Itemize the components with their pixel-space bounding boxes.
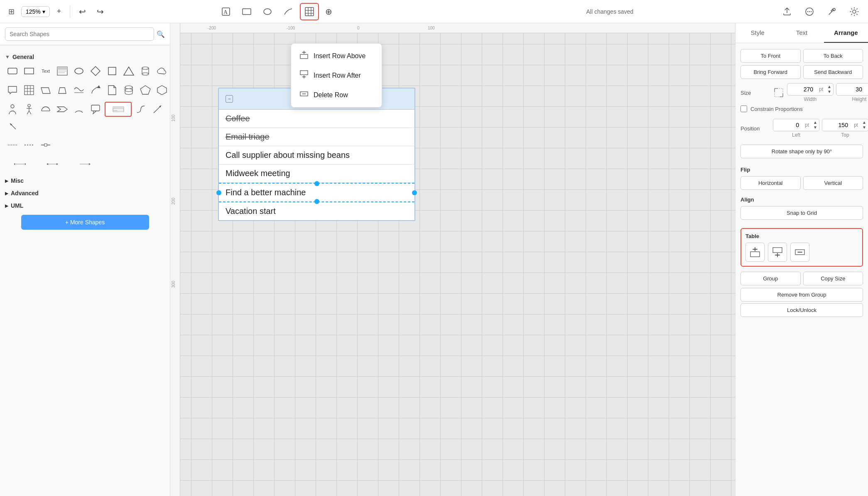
shape-arrow-diagonal[interactable]: [150, 102, 165, 117]
shape-diamond[interactable]: [88, 64, 103, 79]
width-spin-down[interactable]: ▼: [826, 89, 833, 94]
shape-arrow-right[interactable]: [70, 157, 100, 172]
group-button[interactable]: Group: [740, 272, 801, 285]
copy-size-button[interactable]: Copy Size: [803, 272, 863, 285]
insert-text-button[interactable]: A: [217, 3, 235, 20]
menu-item-insert-row-above[interactable]: Insert Row Above: [291, 46, 382, 66]
shape-callout[interactable]: [88, 102, 103, 117]
comment-button[interactable]: [801, 4, 818, 20]
table-row[interactable]: Coffee: [219, 110, 414, 128]
shape-hexagon[interactable]: [154, 83, 169, 98]
insert-rect-button[interactable]: [238, 3, 256, 20]
shape-s-curve[interactable]: [133, 102, 148, 117]
more-shapes-button[interactable]: + More Shapes: [21, 215, 149, 230]
handle-top[interactable]: [314, 181, 319, 186]
table-row[interactable]: Midweek meeting: [219, 165, 414, 183]
undo-button[interactable]: ↩: [75, 4, 90, 20]
left-spin-up[interactable]: ▲: [812, 120, 819, 125]
bring-forward-button[interactable]: Bring Forward: [740, 65, 801, 79]
shape-person[interactable]: [5, 102, 20, 117]
search-button[interactable]: 🔍: [157, 30, 165, 38]
shape-chevron[interactable]: [55, 102, 70, 117]
left-input[interactable]: [773, 119, 802, 131]
shape-curved-arrow[interactable]: [88, 83, 103, 98]
menu-item-insert-row-after[interactable]: Insert Row After: [291, 66, 382, 85]
shape-page[interactable]: [105, 83, 120, 98]
tools-button[interactable]: [823, 4, 841, 20]
search-input[interactable]: [5, 27, 154, 41]
redo-button[interactable]: ↪: [93, 4, 108, 20]
theme-button[interactable]: [846, 4, 863, 20]
shape-trapezoid[interactable]: [55, 83, 70, 98]
insert-other-button[interactable]: ⊕: [321, 4, 336, 20]
shape-dotted-line[interactable]: [5, 138, 20, 152]
to-front-button[interactable]: To Front: [740, 49, 801, 63]
section-advanced[interactable]: ▶ Advanced: [5, 188, 165, 198]
table-insert-row-above-button[interactable]: [745, 243, 765, 262]
section-general[interactable]: ▼ General: [5, 54, 165, 60]
section-uml[interactable]: ▶ UML: [5, 201, 165, 211]
shape-list-item[interactable]: List Item: [105, 102, 132, 117]
shape-half-circle[interactable]: [38, 102, 53, 117]
tab-style[interactable]: Style: [736, 23, 780, 43]
canvas-table[interactable]: − To do Coffee Email triage Call supplie…: [218, 88, 415, 221]
table-insert-row-after-button[interactable]: [768, 243, 787, 262]
add-page-button[interactable]: +: [53, 4, 65, 19]
insert-line-button[interactable]: [279, 3, 297, 20]
canvas-grid[interactable]: -200 -100 0 100 100 200 300 − To do Coff…: [170, 23, 735, 496]
shape-text[interactable]: Text: [38, 64, 53, 79]
constrain-checkbox[interactable]: [740, 106, 747, 112]
insert-ellipse-button[interactable]: [258, 3, 277, 20]
shape-parallelogram[interactable]: [38, 83, 53, 98]
flip-horizontal-button[interactable]: Horizontal: [740, 176, 801, 190]
tab-arrange[interactable]: Arrange: [824, 23, 868, 43]
table-delete-row-button[interactable]: [790, 243, 809, 262]
table-row[interactable]: Call supplier about missing beans: [219, 146, 414, 165]
shape-dotted-line2[interactable]: [22, 138, 37, 152]
shape-triangle[interactable]: [121, 64, 136, 79]
shape-square[interactable]: [105, 64, 120, 79]
table-row[interactable]: Vacation start: [219, 202, 414, 220]
width-spin-up[interactable]: ▲: [826, 84, 833, 89]
height-input[interactable]: [836, 83, 866, 95]
shape-ellipse[interactable]: [71, 64, 86, 79]
zoom-selector[interactable]: 125% ▾: [21, 6, 50, 17]
top-input[interactable]: [822, 119, 851, 131]
table-collapse-button[interactable]: −: [226, 95, 233, 103]
sidebar-toggle-button[interactable]: ⊞: [5, 5, 18, 19]
table-row[interactable]: Email triage: [219, 128, 414, 146]
tab-text[interactable]: Text: [780, 23, 824, 43]
width-input[interactable]: [787, 83, 817, 95]
shape-cloud[interactable]: [154, 64, 169, 79]
shape-line-connector[interactable]: [38, 138, 53, 152]
shape-wave[interactable]: [71, 83, 86, 98]
flip-vertical-button[interactable]: Vertical: [803, 176, 863, 190]
send-backward-button[interactable]: Send Backward: [803, 65, 863, 79]
shape-table-grid[interactable]: [22, 83, 37, 98]
rotate-button[interactable]: Rotate shape only by 90°: [740, 145, 863, 158]
shape-double-arrow2[interactable]: [37, 157, 67, 172]
share-button[interactable]: [778, 4, 796, 20]
shape-rounded-rect[interactable]: [5, 64, 20, 79]
shape-rect[interactable]: [22, 64, 37, 79]
section-misc[interactable]: ▶ Misc: [5, 176, 165, 186]
top-spin-up[interactable]: ▲: [861, 120, 868, 125]
shape-stickman[interactable]: [22, 102, 37, 117]
shape-cylinder[interactable]: [138, 64, 153, 79]
top-spin-down[interactable]: ▼: [861, 125, 868, 130]
shape-pentagon[interactable]: [138, 83, 153, 98]
shape-heading[interactable]: [55, 64, 70, 79]
shape-arc[interactable]: [71, 102, 86, 117]
left-spin-down[interactable]: ▼: [812, 125, 819, 130]
remove-from-group-button[interactable]: Remove from Group: [740, 288, 863, 302]
shape-database[interactable]: [121, 83, 136, 98]
to-back-button[interactable]: To Back: [803, 49, 863, 63]
shape-double-arrow[interactable]: [5, 157, 35, 172]
lock-unlock-button[interactable]: Lock/Unlock: [740, 303, 863, 317]
menu-item-delete-row[interactable]: Delete Row: [291, 85, 382, 105]
handle-bottom[interactable]: [314, 199, 319, 204]
shape-arrow-up[interactable]: [5, 118, 20, 133]
handle-right[interactable]: [412, 190, 417, 195]
handle-left[interactable]: [216, 190, 221, 195]
shape-speech-bubble[interactable]: [5, 83, 20, 98]
